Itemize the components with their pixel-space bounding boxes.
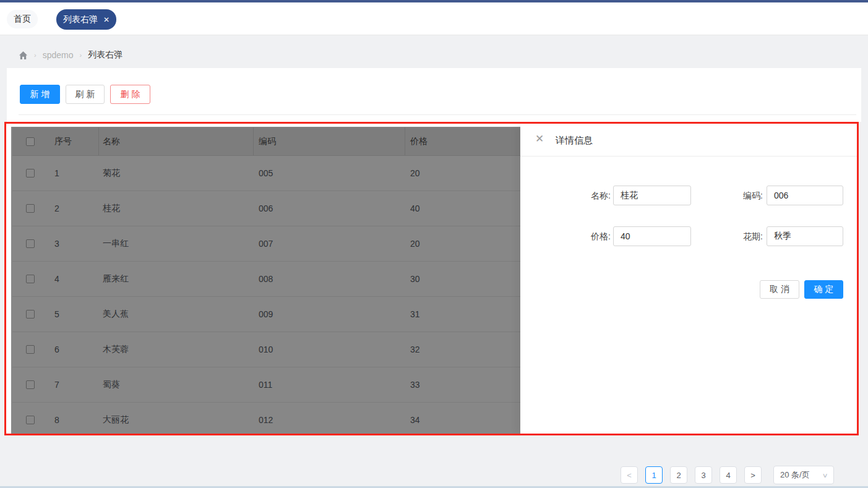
tab-close-icon[interactable]: ✕ — [103, 16, 110, 24]
breadcrumb-separator-icon: › — [79, 51, 82, 59]
next-page-button[interactable]: > — [744, 466, 762, 484]
home-icon[interactable] — [19, 51, 28, 60]
breadcrumb-item-current: 列表右弹 — [88, 49, 122, 61]
drawer-header: ✕ 详情信息 — [520, 124, 857, 156]
tab-home[interactable]: 首页 — [7, 10, 38, 28]
page-button-3[interactable]: 3 — [695, 466, 712, 484]
highlighted-widget-region: 序号 名称 编码 价格 1菊花005202桂花006403一串红007204雁来… — [4, 122, 859, 435]
detail-drawer: ✕ 详情信息 名称: 编码: 价格: 花期: 取 消 确 定 — [520, 124, 857, 434]
pagination: < 1234 > 20 条/页 ∨ — [621, 466, 834, 484]
toolbar-divider — [19, 114, 856, 115]
refresh-button[interactable]: 刷 新 — [66, 85, 105, 104]
drawer-close-icon[interactable]: ✕ — [535, 134, 544, 144]
chevron-down-icon: ∨ — [822, 472, 828, 479]
cancel-button[interactable]: 取 消 — [760, 280, 799, 299]
season-field[interactable] — [767, 226, 843, 246]
tab-active-label: 列表右弹 — [63, 14, 98, 25]
breadcrumb: › spdemo › 列表右弹 — [19, 49, 122, 61]
app-window: 首页 列表右弹 ✕ › spdemo › 列表右弹 新 增 刷 新 删 除 序号… — [0, 0, 868, 488]
modal-overlay[interactable] — [11, 127, 520, 434]
tab-home-label: 首页 — [14, 14, 31, 25]
breadcrumb-item-spdemo[interactable]: spdemo — [43, 50, 74, 60]
field-label-code: 编码: — [720, 186, 763, 205]
page-size-value: 20 条/页 — [780, 469, 810, 481]
name-field[interactable] — [613, 186, 691, 205]
delete-button[interactable]: 删 除 — [110, 85, 150, 104]
field-label-name: 名称: — [567, 186, 611, 205]
field-label-season: 花期: — [720, 226, 763, 246]
tab-bar: 首页 列表右弹 ✕ — [0, 2, 868, 35]
confirm-button[interactable]: 确 定 — [804, 280, 843, 299]
field-label-price: 价格: — [567, 226, 611, 246]
add-button[interactable]: 新 增 — [20, 85, 60, 104]
tab-list-right-popup[interactable]: 列表右弹 ✕ — [56, 9, 116, 30]
price-field[interactable] — [613, 226, 691, 246]
prev-page-button[interactable]: < — [621, 466, 638, 484]
page-button-2[interactable]: 2 — [670, 466, 687, 484]
code-field[interactable] — [767, 186, 843, 205]
page-button-4[interactable]: 4 — [720, 466, 737, 484]
toolbar: 新 增 刷 新 删 除 — [7, 68, 861, 122]
breadcrumb-separator-icon: › — [34, 51, 37, 59]
page-button-1[interactable]: 1 — [645, 466, 663, 484]
page-size-select[interactable]: 20 条/页 ∨ — [773, 466, 834, 484]
drawer-title: 详情信息 — [556, 135, 593, 147]
